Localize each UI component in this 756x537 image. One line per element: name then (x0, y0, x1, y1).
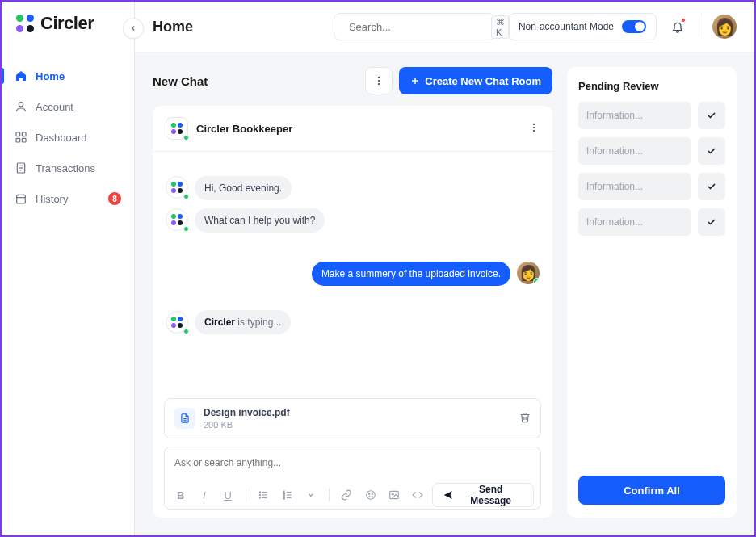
search-kbd-hint: ⌘ K (491, 15, 510, 39)
message-input[interactable] (165, 447, 540, 478)
svg-point-38 (368, 493, 369, 494)
svg-point-0 (19, 103, 23, 107)
sidebar-item-label: Dashboard (36, 132, 87, 144)
svg-point-16 (378, 80, 380, 82)
underline-button[interactable]: U (219, 485, 237, 505)
typing-bubble: Circler is typing... (195, 310, 291, 334)
image-button[interactable] (384, 485, 403, 505)
svg-rect-1 (16, 132, 20, 136)
pending-field[interactable]: Information... (578, 137, 691, 165)
list-ordered-button[interactable]: 123 (278, 485, 296, 505)
sidebar-item-dashboard[interactable]: Dashboard (2, 123, 134, 152)
composer: Design invoice.pdf 200 KB B I (153, 388, 552, 518)
search-input[interactable] (349, 21, 485, 33)
global-search[interactable]: ⌘ K (334, 13, 495, 40)
mode-switch-box: Non-accountant Mode (508, 13, 657, 40)
send-label: Send Message (458, 484, 523, 506)
user-message: Make a summery of the uploaded invoice. (312, 262, 510, 286)
user-avatar[interactable]: 👩 (712, 15, 737, 39)
message-list: Hi, Good evening. What can I help you wi… (153, 152, 552, 388)
format-toolbar: B I U 123 (165, 478, 540, 509)
online-indicator (183, 135, 189, 141)
pending-check-button[interactable] (698, 137, 725, 165)
chat-menu-button[interactable] (528, 122, 540, 136)
list-icon (258, 489, 269, 501)
bot-message: What can I help you with? (195, 208, 325, 233)
sidebar-item-home[interactable]: Home (2, 61, 134, 90)
sidebar-collapse-button[interactable] (123, 18, 144, 39)
plus-icon (410, 76, 420, 86)
link-button[interactable] (338, 485, 356, 505)
pending-row: Information... (578, 173, 725, 200)
pending-check-button[interactable] (698, 173, 725, 200)
italic-button[interactable]: I (195, 485, 213, 505)
svg-point-39 (372, 493, 372, 494)
new-chat-header: New Chat Create New Chat Room (153, 67, 552, 94)
mode-label: Non-accountant Mode (519, 21, 614, 32)
pending-field[interactable]: Information... (578, 102, 691, 129)
svg-text:3: 3 (283, 497, 284, 500)
pending-review-panel: Pending Review Information... Informatio… (567, 67, 737, 518)
list-dropdown-button[interactable] (301, 485, 320, 505)
history-badge: 8 (108, 192, 121, 205)
sidebar-item-label: Transactions (36, 162, 95, 174)
sidebar: Circler Home Account Dashboard Transacti… (2, 2, 135, 535)
header-divider (699, 15, 699, 38)
pending-row: Information... (578, 208, 725, 236)
confirm-all-button[interactable]: Confirm All (578, 476, 725, 505)
delete-attachment-button[interactable] (519, 412, 531, 426)
list-unordered-button[interactable] (254, 485, 273, 505)
pending-check-button[interactable] (698, 102, 725, 129)
grid-icon (15, 131, 27, 144)
svg-rect-4 (22, 138, 26, 142)
svg-point-15 (378, 77, 380, 78)
svg-rect-3 (16, 138, 20, 142)
header: Home ⌘ K Non-accountant Mode 👩 (135, 2, 754, 52)
sidebar-item-label: History (36, 193, 68, 205)
chat-options-button[interactable] (365, 67, 393, 94)
create-chat-button[interactable]: Create New Chat Room (399, 67, 552, 94)
bot-avatar (166, 117, 188, 140)
chevron-down-icon (307, 491, 315, 499)
message-row: 👩 Make a summery of the uploaded invoice… (166, 262, 540, 286)
svg-rect-9 (17, 195, 26, 203)
chevron-left-icon (129, 24, 137, 32)
svg-point-30 (260, 497, 261, 498)
bot-avatar (166, 208, 188, 231)
user-message-avatar: 👩 (517, 262, 540, 284)
bot-message: Hi, Good evening. (195, 176, 292, 200)
calendar-icon (15, 192, 27, 205)
circler-dots-icon (171, 317, 183, 328)
online-indicator (183, 329, 189, 334)
message-input-box: B I U 123 (164, 447, 541, 510)
sidebar-item-history[interactable]: History 8 (2, 184, 134, 213)
notifications-button[interactable] (670, 19, 686, 35)
send-button[interactable]: Send Message (432, 483, 534, 507)
emoji-button[interactable] (361, 485, 380, 505)
bold-button[interactable]: B (171, 485, 190, 505)
send-icon (443, 489, 454, 501)
online-indicator (183, 226, 189, 232)
check-icon (707, 217, 716, 227)
circler-dots-icon (171, 123, 183, 134)
sidebar-item-transactions[interactable]: Transactions (2, 153, 134, 182)
message-row: Hi, Good evening. (166, 176, 540, 200)
pending-check-button[interactable] (698, 208, 725, 236)
dots-vertical-icon (373, 75, 384, 86)
pending-field[interactable]: Information... (578, 208, 691, 236)
code-button[interactable] (408, 485, 426, 505)
image-icon (388, 489, 400, 501)
chat-header: Circler Bookkeeper (153, 106, 552, 152)
sidebar-item-account[interactable]: Account (2, 92, 134, 121)
svg-rect-2 (22, 132, 26, 136)
new-chat-title: New Chat (153, 74, 208, 88)
svg-point-20 (533, 123, 535, 124)
svg-point-28 (260, 492, 261, 493)
svg-point-22 (533, 130, 535, 132)
dots-vertical-icon (528, 122, 540, 133)
chat-title: Circler Bookkeeper (196, 123, 520, 135)
check-icon (707, 146, 716, 156)
pending-field[interactable]: Information... (578, 173, 691, 200)
mode-toggle[interactable] (622, 20, 646, 33)
svg-point-17 (378, 83, 380, 85)
